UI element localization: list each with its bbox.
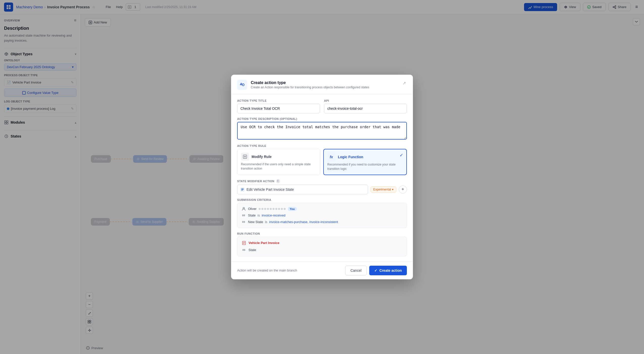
- run-function-row-1: Vehicle Part Invoice: [241, 240, 403, 246]
- logic-function-check-icon: ✓: [400, 152, 403, 158]
- state-modifier-select[interactable]: Edit Vehicle Part Invoice State: [237, 185, 368, 194]
- svg-point-28: [243, 207, 244, 209]
- modal-header: Create action type Create an Action resp…: [231, 75, 413, 94]
- form-row-title-api: ACTION TYPE TITLE API: [237, 99, 407, 113]
- add-state-modifier-button[interactable]: +: [399, 185, 407, 194]
- user-name: Oliver: [248, 207, 257, 211]
- rule-option-logic[interactable]: fx Logic Function Recommended if you nee…: [323, 149, 407, 175]
- run-function-row-2: State: [241, 248, 403, 253]
- modal-subtitle: Create an Action responsible for transit…: [251, 86, 369, 89]
- description-label: ACTION TYPE DESCRIPTION (OPTIONAL): [237, 117, 407, 120]
- action-type-title-input[interactable]: [237, 104, 320, 113]
- state-is-text: State is invoice-received: [248, 213, 285, 217]
- run-fn-vehicle-part-invoice: Vehicle Part Invoice: [249, 241, 279, 245]
- logic-function-desc: Recommended if you need to customize you…: [327, 162, 403, 171]
- form-group-title: ACTION TYPE TITLE: [237, 99, 320, 113]
- user-icon: [241, 207, 246, 211]
- experimental-badge[interactable]: Experimental ▾: [370, 186, 396, 193]
- modal-title: Create action type: [251, 80, 369, 85]
- modify-rule-title: Modify Rule: [252, 155, 271, 159]
- form-group-description: ACTION TYPE DESCRIPTION (OPTIONAL) Use O…: [237, 117, 407, 140]
- modal-expand-icon[interactable]: ↗: [402, 80, 407, 87]
- rule-option-modify-header: Modify Rule: [241, 153, 316, 161]
- modal-overlay[interactable]: Create action type Create an Action resp…: [0, 0, 644, 354]
- api-input[interactable]: [324, 104, 407, 113]
- logic-function-icon: fx: [327, 153, 335, 161]
- form-group-api: API: [324, 99, 407, 113]
- quote-icon-1: [241, 213, 246, 218]
- description-textarea[interactable]: Use OCR to check the Invoice total match…: [237, 122, 407, 140]
- submission-row-user: Oliver You: [241, 207, 403, 211]
- modal-footer: Action will be created on the main branc…: [231, 261, 413, 279]
- footer-note: Action will be created on the main branc…: [237, 268, 297, 272]
- submission-row-state: State is invoice-received: [241, 213, 403, 218]
- footer-actions: Cancel ✓ Create action: [345, 266, 407, 275]
- run-function-label: RUN FUNCTION: [237, 232, 407, 235]
- experimental-dropdown-icon[interactable]: ▾: [392, 188, 393, 191]
- logic-function-title: Logic Function: [338, 155, 363, 159]
- modal-create-action-type: Create action type Create an Action resp…: [231, 75, 413, 279]
- modify-rule-desc: Recommended if the users only need a sim…: [241, 162, 316, 171]
- info-icon: i: [276, 179, 280, 183]
- state-modifier-section: STATE MODIFIER ACTION i Edit Vehicle Par…: [237, 179, 407, 194]
- submission-criteria-box: Oliver You State is invoice-received: [237, 203, 407, 228]
- user-surname-blur: [259, 208, 286, 210]
- create-check-icon: ✓: [374, 268, 377, 273]
- api-label: API: [324, 99, 407, 102]
- modal-header-left: Create action type Create an Action resp…: [237, 80, 369, 90]
- cancel-button[interactable]: Cancel: [345, 266, 367, 275]
- rule-option-logic-header: fx Logic Function: [327, 153, 403, 161]
- run-fn-invoice-icon: [241, 240, 246, 246]
- run-fn-state-icon: [241, 248, 246, 253]
- run-fn-state: State: [249, 248, 256, 252]
- action-type-title-label: ACTION TYPE TITLE: [237, 99, 320, 102]
- state-modifier-label: STATE MODIFIER ACTION i: [237, 179, 407, 183]
- you-badge: You: [288, 207, 297, 211]
- run-function-box: Vehicle Part Invoice State: [237, 237, 407, 256]
- submission-row-new-state: New State is invoice-matches-purchase, i…: [241, 220, 403, 224]
- rule-options: Modify Rule Recommended if the users onl…: [237, 149, 407, 175]
- modal-header-text: Create action type Create an Action resp…: [251, 80, 369, 89]
- modify-rule-icon: [241, 153, 249, 161]
- rule-label: ACTION TYPE RULE: [237, 144, 407, 147]
- quote-icon-2: [241, 220, 246, 224]
- state-modifier-row: Edit Vehicle Part Invoice State Experime…: [237, 185, 407, 194]
- modal-icon: [237, 80, 247, 90]
- new-state-is-text: New State is invoice-matches-purchase, i…: [248, 220, 338, 224]
- rule-option-modify[interactable]: Modify Rule Recommended if the users onl…: [237, 149, 320, 175]
- modal-body: ACTION TYPE TITLE API ACTION TYPE DESCRI…: [231, 94, 413, 261]
- create-action-button[interactable]: ✓ Create action: [369, 266, 407, 275]
- submission-criteria-label: SUBMISSION CRITERIA: [237, 198, 407, 201]
